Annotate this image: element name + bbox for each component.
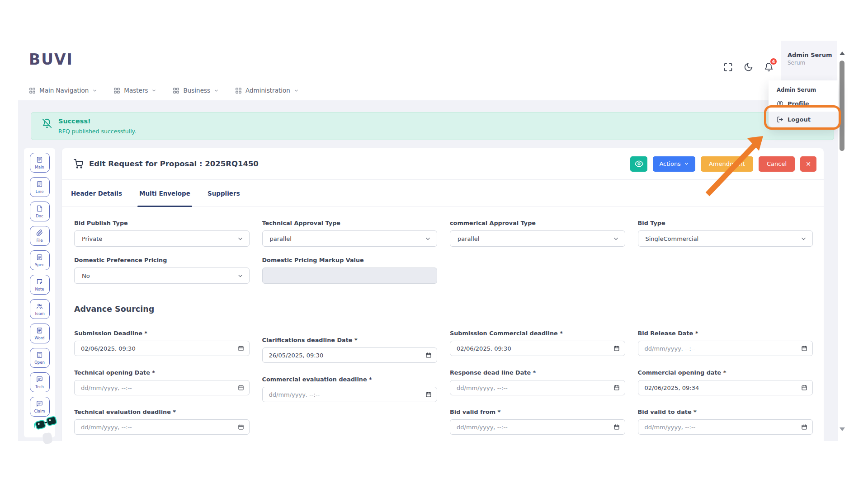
sidebar-item-icon [36,376,43,385]
tab-suppliers[interactable]: Suppliers [208,180,240,206]
nav-item-administration[interactable]: Administration [235,87,299,94]
tab-header-details[interactable]: Header Details [71,180,122,206]
dark-mode-icon[interactable] [742,61,755,73]
field-label: Technical Approval Type [262,220,438,226]
calendar-icon [238,424,244,430]
datetime-input[interactable]: dd/mm/yyyy, --:-- [638,341,813,356]
sidebar-item-icon [36,205,43,214]
grid-icon [29,87,36,94]
sidebar-item-word[interactable]: Word [30,324,50,343]
field-technical-evaluation-deadline: Technical evaluation deadline * dd/mm/yy… [74,408,250,435]
datetime-input[interactable]: dd/mm/yyyy, --:-- [74,419,250,435]
sidebar-item-icon [36,254,43,263]
section-title: Advance Sourcing [74,305,813,314]
sidebar-item-icon [36,400,43,409]
brand-logo: BUVI [29,51,73,68]
success-alert: Success! RFQ published successfully. [31,112,834,140]
markup-value-input [262,267,438,284]
actions-button[interactable]: Actions [653,156,695,172]
chevron-down-icon [214,88,219,93]
sidebar-item-icon [36,230,43,238]
sidebar-item-main[interactable]: Main [30,153,50,173]
calendar-icon [801,345,807,352]
scrollbar-thumb[interactable] [840,61,844,151]
datetime-input[interactable]: 02/06/2025, 09:30 [450,341,625,356]
amendment-button[interactable]: Amendment [701,156,753,172]
field-label: Commercial evaluation deadline * [262,376,438,383]
datetime-input[interactable]: dd/mm/yyyy, --:-- [638,419,813,435]
select-input[interactable]: Private [74,230,250,247]
preview-button[interactable] [630,156,647,172]
field-submission-commercial-deadline: Submission Commercial deadline * 02/06/2… [450,330,625,363]
sidebar-item-file[interactable]: File [30,226,50,246]
select-input[interactable]: parallel [450,230,625,247]
scroll-down-arrow[interactable] [840,427,845,431]
datetime-input[interactable]: dd/mm/yyyy, --:-- [450,419,625,435]
domestic-preference-select[interactable]: No [74,267,250,284]
sidebar-item-note[interactable]: Note [30,275,50,295]
eye-icon [635,160,643,168]
vertical-scrollbar[interactable] [838,41,846,441]
scroll-up-arrow[interactable] [840,52,845,55]
sidebar-item-line[interactable]: Line [30,177,50,197]
field-commerical-approval-type: commerical Approval Type parallel [450,220,625,247]
user-name: Admin Serum [788,52,832,58]
field-label: Submission Deadline * [74,330,250,337]
close-button[interactable]: ✕ [800,156,816,172]
fullscreen-icon[interactable] [722,61,734,73]
datetime-input[interactable]: dd/mm/yyyy, --:-- [74,380,250,395]
sidebar-item-doc[interactable]: Doc [30,202,50,221]
sidebar-item-icon [36,181,43,189]
field-bid-release-date: Bid Release Date * dd/mm/yyyy, --:-- [638,330,813,363]
datetime-input[interactable]: dd/mm/yyyy, --:-- [450,380,625,395]
app-window: BUVI 4 Admin Serum Serum Main Navigation [18,41,850,441]
nav-item-main-navigation[interactable]: Main Navigation [29,87,97,94]
cursor-artifact [42,432,52,445]
field-commercial-opening-date: Commercial opening date * 02/06/2025, 09… [638,369,813,402]
field-label: Commercial opening date * [638,369,813,376]
field-bid-valid-to-date: Bid valid to date * dd/mm/yyyy, --:-- [638,408,813,435]
form-area: Bid Publish Type Private Technical Appro… [62,207,824,435]
sidebar-item-tech[interactable]: Tech [30,372,50,392]
datetime-input[interactable]: 26/05/2025, 09:30 [262,347,438,363]
datetime-input[interactable]: 02/06/2025, 09:34 [638,380,813,395]
datetime-input[interactable]: 02/06/2025, 09:30 [74,341,250,356]
main-menu-bar: Main Navigation Masters Business Adminis… [18,80,838,100]
rfp-card: Edit Request for Proposal : 2025RQ1450 A… [62,148,824,441]
nav-item-masters[interactable]: Masters [113,87,156,94]
sidebar-item-spec[interactable]: Spec [30,250,50,270]
tab-multi-envelope[interactable]: Multi Envelope [139,180,190,206]
grid-icon [235,87,242,94]
notifications-bell-icon[interactable]: 4 [762,61,775,73]
field-label: Bid Release Date * [638,330,813,337]
datetime-input[interactable]: dd/mm/yyyy, --:-- [262,387,438,402]
sidebar-item-icon [36,156,43,165]
tab-bar: Header Details Multi Envelope Suppliers [62,180,824,207]
field-label: Response dead line Date * [450,369,625,376]
sidebar-item-open[interactable]: Open [30,348,50,368]
select-input[interactable]: SingleCommercial [638,230,813,247]
field-label: Bid valid to date * [638,408,813,415]
user-menu-trigger[interactable]: Admin Serum Serum [781,41,837,80]
field-label: Bid Publish Type [74,220,250,226]
nav-item-business[interactable]: Business [173,87,219,94]
notification-badge: 4 [769,57,778,66]
select-input[interactable]: parallel [262,230,438,247]
calendar-icon [238,345,244,352]
cart-icon [74,159,83,169]
alert-message: RFQ published successfully. [58,128,136,135]
calendar-icon [425,391,432,398]
field-clarifications-deadline-date: Clarifications deadline Date * 26/05/202… [262,337,438,363]
chevron-down-icon [684,161,689,166]
bell-off-icon [42,118,52,128]
calendar-icon [425,352,432,358]
cancel-button[interactable]: Cancel [759,156,795,172]
sidebar-item-icon [36,303,43,311]
annotation-highlight-box [764,105,841,130]
calendar-icon [801,385,807,391]
calendar-icon [613,385,620,391]
user-role: Serum [788,60,805,66]
grid-icon [113,87,120,94]
field-technical-approval-type: Technical Approval Type parallel [262,220,438,247]
sidebar-item-team[interactable]: Team [30,299,50,319]
